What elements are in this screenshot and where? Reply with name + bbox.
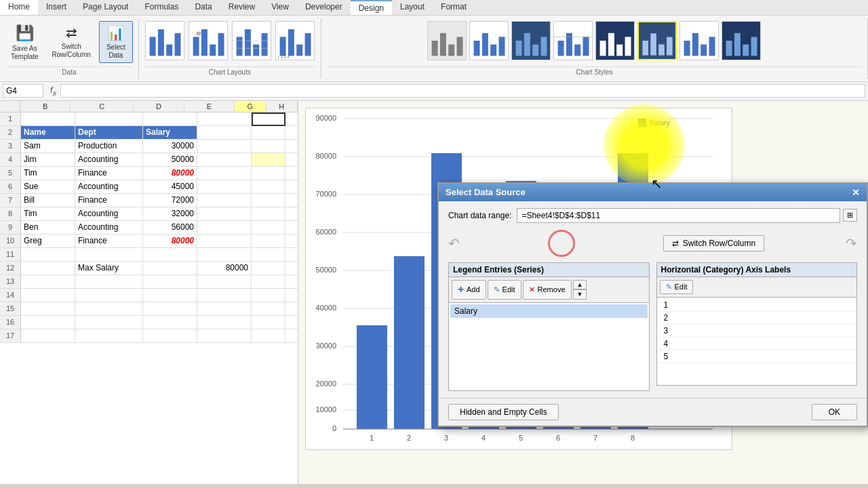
cell-b13[interactable] xyxy=(21,275,75,289)
cell-d16[interactable] xyxy=(143,316,197,329)
cell-h7[interactable] xyxy=(285,194,298,207)
chart-layout-1[interactable] xyxy=(145,21,184,60)
formula-input[interactable] xyxy=(60,84,865,98)
cell-h13[interactable] xyxy=(285,275,298,289)
axis-item-2[interactable]: 2 xyxy=(658,312,856,325)
cell-d15[interactable] xyxy=(143,302,197,316)
edit-series-button[interactable]: ✎ Edit xyxy=(488,280,521,300)
cell-e6[interactable] xyxy=(197,180,252,194)
edit-axis-button[interactable]: ✎ Edit xyxy=(660,280,694,294)
cell-e4[interactable] xyxy=(197,153,252,167)
chart-style-7[interactable] xyxy=(679,21,719,60)
cell-c3[interactable]: Production xyxy=(75,140,143,153)
cell-c8[interactable]: Accounting xyxy=(75,207,143,221)
cell-g10[interactable] xyxy=(252,235,285,248)
tab-data[interactable]: Data xyxy=(186,0,220,15)
cell-b7[interactable]: Bill xyxy=(21,194,75,207)
chart-range-input[interactable] xyxy=(517,208,840,223)
cell-h11[interactable] xyxy=(285,248,298,262)
chart-style-5[interactable] xyxy=(595,21,635,60)
cell-c12[interactable]: Max Salary xyxy=(75,262,143,275)
tab-insert[interactable]: Insert xyxy=(38,0,75,15)
cell-c11[interactable] xyxy=(75,248,143,262)
cell-b1[interactable] xyxy=(21,113,75,126)
cell-g12[interactable] xyxy=(252,262,285,275)
cell-d8[interactable]: 32000 xyxy=(143,207,197,221)
cell-c14[interactable] xyxy=(75,289,143,302)
cell-e13[interactable] xyxy=(197,275,252,289)
tab-formulas[interactable]: Formulas xyxy=(136,0,186,15)
cell-d5[interactable]: 80000 xyxy=(143,167,197,180)
save-as-template-button[interactable]: 💾 Save AsTemplate xyxy=(5,21,44,64)
cell-b4[interactable]: Jim xyxy=(21,153,75,167)
tab-page-layout[interactable]: Page Layout xyxy=(75,0,136,15)
cell-c16[interactable] xyxy=(75,316,143,329)
cell-d7[interactable]: 72000 xyxy=(143,194,197,207)
cell-d6[interactable]: 45000 xyxy=(143,180,197,194)
cell-e12[interactable]: 80000 xyxy=(197,262,252,275)
axis-item-3[interactable]: 3 xyxy=(658,325,856,338)
cell-h5[interactable] xyxy=(285,167,298,180)
tab-layout[interactable]: Layout xyxy=(392,0,433,15)
cell-c2[interactable]: Dept xyxy=(75,126,143,140)
cell-c4[interactable]: Accounting xyxy=(75,153,143,167)
cell-g17[interactable] xyxy=(252,329,285,343)
hidden-empty-cells-button[interactable]: Hidden and Empty Cells xyxy=(448,404,559,420)
cell-g13[interactable] xyxy=(252,275,285,289)
cell-h16[interactable] xyxy=(285,316,298,329)
chart-style-3[interactable] xyxy=(511,21,551,60)
cell-g15[interactable] xyxy=(252,302,285,316)
cell-g7[interactable] xyxy=(252,194,285,207)
cell-b12[interactable] xyxy=(21,262,75,275)
cell-g3[interactable] xyxy=(252,140,285,153)
cell-e8[interactable] xyxy=(197,207,252,221)
cell-h9[interactable] xyxy=(285,221,298,235)
cell-g11[interactable] xyxy=(252,248,285,262)
cell-g16[interactable] xyxy=(252,316,285,329)
series-up-button[interactable]: ▲ xyxy=(573,280,587,290)
switch-row-column-button[interactable]: ⇄ Switch Row/Column xyxy=(663,235,764,251)
switch-row-column-button[interactable]: ⇄ SwitchRow/Column xyxy=(47,21,96,62)
cell-e7[interactable] xyxy=(197,194,252,207)
chart-style-4[interactable] xyxy=(553,21,593,60)
cell-h2[interactable] xyxy=(285,126,298,140)
cell-c10[interactable]: Finance xyxy=(75,235,143,248)
cell-d17[interactable] xyxy=(143,329,197,343)
cell-e16[interactable] xyxy=(197,316,252,329)
cell-h10[interactable] xyxy=(285,235,298,248)
cell-e9[interactable] xyxy=(197,221,252,235)
cell-b11[interactable] xyxy=(21,248,75,262)
tab-format[interactable]: Format xyxy=(433,0,475,15)
cell-c17[interactable] xyxy=(75,329,143,343)
cell-d4[interactable]: 50000 xyxy=(143,153,197,167)
cell-h15[interactable] xyxy=(285,302,298,316)
cell-h17[interactable] xyxy=(285,329,298,343)
cell-c13[interactable] xyxy=(75,275,143,289)
cell-d9[interactable]: 56000 xyxy=(143,221,197,235)
add-series-button[interactable]: ✚ Add xyxy=(452,280,486,300)
cell-h14[interactable] xyxy=(285,289,298,302)
cell-g1[interactable] xyxy=(252,113,285,126)
cell-e10[interactable] xyxy=(197,235,252,248)
select-data-button[interactable]: 📊 SelectData xyxy=(99,21,133,63)
cell-g8[interactable] xyxy=(252,207,285,221)
range-select-icon[interactable]: ⊞ xyxy=(843,209,857,222)
cell-e1[interactable] xyxy=(197,113,252,126)
cell-b6[interactable]: Sue xyxy=(21,180,75,194)
chart-style-6[interactable] xyxy=(637,21,677,60)
tab-view[interactable]: View xyxy=(263,0,297,15)
cell-e2[interactable] xyxy=(197,126,252,140)
cell-g14[interactable] xyxy=(252,289,285,302)
cell-d14[interactable] xyxy=(143,289,197,302)
cell-d3[interactable]: 30000 xyxy=(143,140,197,153)
cell-h3[interactable] xyxy=(285,140,298,153)
axis-item-5[interactable]: 5 xyxy=(658,350,856,363)
cell-b14[interactable] xyxy=(21,289,75,302)
cell-e3[interactable] xyxy=(197,140,252,153)
legend-item-salary[interactable]: Salary xyxy=(450,304,648,318)
cell-b5[interactable]: Tim xyxy=(21,167,75,180)
cell-d10[interactable]: 80000 xyxy=(143,235,197,248)
cell-b16[interactable] xyxy=(21,316,75,329)
cell-d2[interactable]: Salary xyxy=(143,126,197,140)
cell-c5[interactable]: Finance xyxy=(75,167,143,180)
